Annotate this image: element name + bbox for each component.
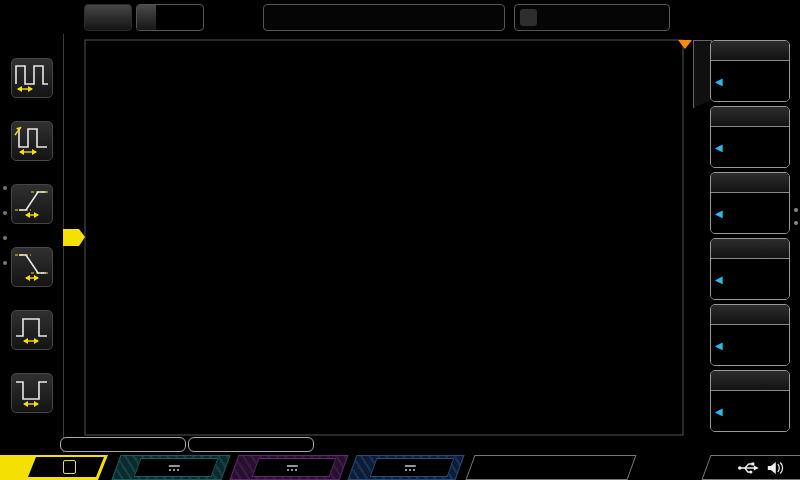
waveform-display-area (0, 0, 800, 480)
dc-coupling-icon (405, 465, 416, 471)
oscilloscope-screen: ◀ ◀ ◀ ◀ ◀ ◀ (0, 0, 800, 480)
bw-limit-icon (63, 460, 76, 474)
menu-title (711, 239, 789, 259)
submenu-arrow-icon: ◀ (715, 406, 723, 417)
beeper-icon (767, 461, 785, 475)
submenu-arrow-icon: ◀ (715, 76, 723, 87)
graticule-border (85, 40, 683, 435)
submenu-arrow-icon: ◀ (715, 340, 723, 351)
submenu-arrow-icon: ◀ (715, 274, 723, 285)
menu-title (711, 107, 789, 127)
menu-group-coupling[interactable]: ◀ (710, 40, 790, 102)
menu-title (711, 371, 789, 391)
menu-page-dot (794, 221, 798, 225)
trigger-position-marker-icon[interactable] (678, 40, 692, 49)
menu-group-bw-limit[interactable]: ◀ (710, 106, 790, 168)
submenu-arrow-icon: ◀ (715, 208, 723, 219)
measurement-vpp[interactable] (188, 437, 314, 452)
usb-icon (737, 461, 759, 475)
dc-coupling-icon (169, 465, 180, 471)
channel-4-status[interactable] (347, 455, 464, 480)
menu-title (711, 41, 789, 61)
system-status-icons (701, 455, 800, 480)
menu-group-probe[interactable]: ◀ (710, 172, 790, 234)
dc-coupling-icon (287, 465, 298, 471)
right-channel-menu: ◀ ◀ ◀ ◀ ◀ ◀ (692, 34, 800, 453)
menu-page-dot (794, 208, 798, 212)
submenu-arrow-icon: ◀ (715, 142, 723, 153)
ch1-position-marker[interactable] (63, 229, 85, 246)
channel-2-status[interactable] (111, 455, 230, 480)
measurement-freq[interactable] (60, 437, 186, 452)
menu-group-volts-div[interactable]: ◀ (710, 304, 790, 366)
logic-analyzer-status[interactable] (465, 455, 636, 480)
channel-3-status[interactable] (229, 455, 348, 480)
channel-status-bar (0, 455, 800, 480)
menu-group-unit[interactable]: ◀ (710, 370, 790, 432)
menu-title (711, 173, 789, 193)
menu-group-invert[interactable]: ◀ (710, 238, 790, 300)
channel-1-status[interactable] (0, 455, 108, 480)
menu-title (711, 305, 789, 325)
